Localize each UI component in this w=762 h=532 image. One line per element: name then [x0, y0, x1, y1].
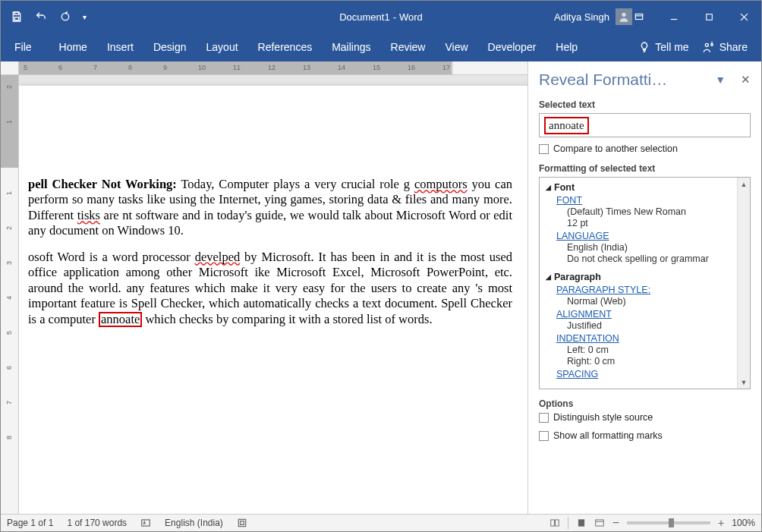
zoom-in-button[interactable]: +: [718, 517, 724, 529]
redo-icon: [59, 11, 71, 23]
font-link[interactable]: FONT: [556, 195, 748, 206]
zoom-slider[interactable]: [627, 521, 710, 524]
tab-developer[interactable]: Developer: [488, 38, 537, 56]
font-section[interactable]: ◢Font: [546, 182, 748, 193]
tab-design[interactable]: Design: [153, 38, 187, 56]
macro-icon[interactable]: [237, 518, 247, 528]
ruler-horizontal[interactable]: 5 6 7 8 9 10 11 12 13 14 15 16 17: [1, 61, 527, 75]
qat-more-button[interactable]: ▾: [78, 6, 90, 27]
web-layout-icon[interactable]: [594, 518, 605, 528]
ruler-vertical[interactable]: 2 1 1 2 3 4 5 6 7 8: [1, 75, 19, 514]
tell-me[interactable]: Tell me: [638, 41, 688, 53]
collapse-icon[interactable]: ◢: [546, 184, 551, 191]
options-area: Options Distinguish style source Show al…: [539, 397, 751, 449]
ruler-corner: [1, 61, 19, 74]
formatting-label: Formatting of selected text: [539, 163, 751, 174]
paragraph-1[interactable]: pell Checker Not Working: Today, Compute…: [28, 177, 512, 239]
share-icon: [703, 41, 715, 53]
collapse-icon[interactable]: ◢: [546, 273, 551, 281]
svg-rect-0: [14, 12, 18, 14]
tab-review[interactable]: Review: [391, 38, 426, 56]
document-area: 5 6 7 8 9 10 11 12 13 14 15 16 17 2 1 1: [1, 61, 528, 514]
share-button[interactable]: Share: [703, 41, 748, 53]
user-area[interactable]: Aditya Singh: [554, 8, 632, 25]
spellerror-tisks[interactable]: tisks: [77, 208, 100, 222]
tab-insert[interactable]: Insert: [107, 38, 134, 56]
status-right: − + 100%: [549, 516, 755, 530]
spellcheck-icon[interactable]: [140, 518, 151, 528]
save-button[interactable]: [5, 6, 28, 27]
zoom-value[interactable]: 100%: [732, 518, 755, 528]
spellerror-computors[interactable]: computors: [414, 177, 468, 191]
compare-checkbox-row[interactable]: Compare to another selection: [539, 143, 751, 154]
spacing-link[interactable]: SPACING: [556, 369, 748, 379]
font-size-value: 12 pt: [567, 218, 748, 228]
svg-rect-19: [596, 520, 604, 526]
svg-rect-1: [14, 17, 18, 20]
lightbulb-icon: [638, 41, 650, 53]
svg-rect-13: [142, 520, 150, 526]
selected-text-box: annoate: [539, 113, 751, 137]
tab-home[interactable]: Home: [59, 38, 87, 56]
undo-button[interactable]: [30, 6, 52, 27]
opt-distinguish[interactable]: Distinguish style source: [539, 412, 751, 423]
scrollbar[interactable]: ▲ ▼: [737, 178, 750, 389]
paragraph-style-value: Normal (Web): [567, 296, 748, 307]
tab-view[interactable]: View: [445, 38, 468, 56]
ribbon-display-button[interactable]: [622, 1, 657, 33]
svg-rect-4: [635, 14, 642, 20]
reveal-formatting-pane: Reveal Formatti… ▼ ✕ Selected text annoa…: [528, 61, 761, 514]
paragraph-section[interactable]: ◢Paragraph: [546, 272, 748, 282]
indentation-link[interactable]: INDENTATION: [556, 333, 748, 344]
ruler-h-track: 5 6 7 8 9 10 11 12 13 14 15 16 17: [19, 61, 527, 74]
status-words[interactable]: 1 of 170 words: [67, 518, 127, 528]
tab-layout[interactable]: Layout: [206, 38, 238, 56]
maximize-button[interactable]: [691, 1, 726, 33]
statusbar: Page 1 of 1 1 of 170 words English (Indi…: [1, 514, 761, 531]
checkbox-icon[interactable]: [539, 431, 549, 441]
scroll-up-icon[interactable]: ▲: [738, 178, 750, 190]
app-name: Word: [399, 11, 423, 23]
title-center: Document1 - Word: [339, 11, 423, 23]
indent-left: Left: 0 cm: [567, 345, 748, 355]
language-link[interactable]: LANGUAGE: [556, 231, 748, 241]
titlebar: ▾ Document1 - Word Aditya Singh: [1, 1, 761, 33]
highlighted-annoate[interactable]: annoate: [99, 312, 142, 328]
svg-rect-6: [706, 14, 712, 20]
print-layout-icon[interactable]: [576, 518, 587, 528]
tab-file[interactable]: File: [14, 38, 32, 56]
close-button[interactable]: [726, 1, 761, 33]
close-icon: [738, 11, 750, 23]
save-icon: [11, 11, 23, 23]
pane-close-button[interactable]: ✕: [741, 73, 751, 87]
pane-dropdown[interactable]: ▼: [715, 74, 726, 86]
zoom-knob[interactable]: [669, 518, 674, 527]
zoom-out-button[interactable]: −: [612, 516, 619, 530]
tab-help[interactable]: Help: [556, 38, 578, 56]
tab-references[interactable]: References: [258, 38, 313, 56]
scroll-down-icon[interactable]: ▼: [738, 376, 750, 389]
quick-access-toolbar: ▾: [5, 6, 90, 27]
minimize-button[interactable]: [657, 1, 691, 33]
page-surface[interactable]: pell Checker Not Working: Today, Compute…: [19, 75, 527, 514]
paragraph-2[interactable]: osoft Word is a word processor develped …: [28, 250, 512, 327]
language-extra: Do not check spelling or grammar: [567, 253, 748, 264]
spellerror-develped[interactable]: develped: [195, 250, 241, 264]
page[interactable]: pell Checker Not Working: Today, Compute…: [19, 86, 527, 514]
alignment-link[interactable]: ALIGNMENT: [556, 309, 748, 320]
status-page[interactable]: Page 1 of 1: [7, 518, 53, 528]
opt-show-marks[interactable]: Show all formatting marks: [539, 430, 751, 441]
read-mode-icon[interactable]: [549, 518, 560, 528]
checkbox-icon[interactable]: [539, 413, 549, 423]
doc-name: Document1: [339, 11, 389, 23]
font-value: (Default) Times New Roman: [567, 206, 748, 217]
redo-button[interactable]: [54, 6, 77, 27]
options-label: Options: [539, 398, 751, 409]
status-lang[interactable]: English (India): [165, 518, 223, 528]
formatting-list[interactable]: ▲ ▼ ◢Font FONT (Default) Times New Roman…: [539, 177, 751, 389]
tab-mailings[interactable]: Mailings: [332, 38, 370, 56]
checkbox-icon[interactable]: [539, 144, 549, 154]
paragraph-style-link[interactable]: PARAGRAPH STYLE:: [556, 285, 748, 295]
alignment-value: Justified: [567, 320, 748, 331]
ribbon-display-icon: [634, 11, 644, 22]
